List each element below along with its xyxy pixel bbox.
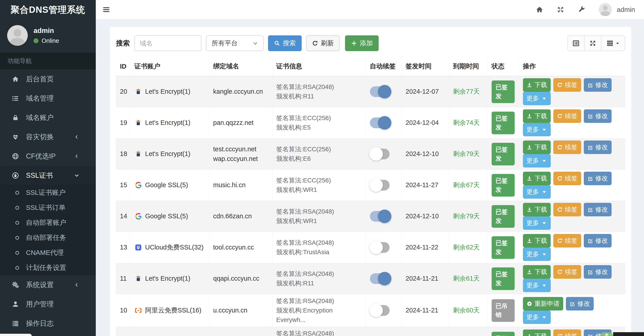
online-status-dot — [34, 38, 38, 43]
more-button[interactable]: 更多 — [523, 216, 551, 230]
renew-button[interactable]: 续签 — [553, 329, 581, 336]
more-button[interactable]: 更多 — [523, 92, 551, 105]
renew-button[interactable]: 续签 — [553, 78, 581, 92]
renew-button[interactable]: 续签 — [553, 109, 581, 123]
platform-select[interactable]: 所有平台 — [206, 35, 264, 51]
sidebar-item-ssl-order[interactable]: SSL证书订单 — [0, 200, 96, 215]
status-badge: 已签发 — [492, 236, 515, 259]
download-button[interactable]: 下载 — [523, 140, 551, 154]
navbar-user-menu[interactable]: admin — [599, 3, 635, 16]
edit-button[interactable]: 修改 — [584, 265, 612, 279]
download-button[interactable]: 下载 — [523, 329, 551, 336]
sidebar-item-domain-account[interactable]: 域名账户 — [0, 108, 96, 127]
edit-button[interactable]: 修改 — [584, 172, 612, 185]
cert-id: 10 — [116, 294, 130, 327]
fullscreen-icon[interactable] — [557, 6, 564, 14]
sidebar-item-home[interactable]: 后台首页 — [0, 70, 96, 89]
download-icon — [526, 207, 532, 213]
auto-renew-toggle[interactable] — [370, 179, 391, 192]
sidebar-item-operation-log[interactable]: 操作日志 — [0, 314, 96, 333]
sidebar-item-ssl-cert[interactable]: SSL证书 — [0, 166, 96, 185]
bottom-left-widget — [0, 334, 32, 336]
auto-renew-toggle[interactable] — [370, 210, 391, 223]
auto-renew-toggle[interactable] — [370, 85, 391, 98]
fullscreen-table-icon — [589, 40, 596, 47]
sidebar-subitem-label: CNAME代理 — [26, 248, 64, 257]
columns-icon — [606, 40, 614, 47]
download-icon — [526, 238, 532, 244]
auto-renew-toggle[interactable] — [370, 148, 391, 160]
letsencrypt-icon — [134, 150, 142, 158]
search-button[interactable]: 搜索 — [268, 35, 302, 51]
more-button[interactable]: 更多 — [523, 123, 551, 136]
home-icon[interactable] — [536, 6, 543, 14]
auto-renew-toggle[interactable] — [370, 272, 391, 285]
sidebar-item-label: 域名账户 — [26, 113, 54, 122]
fullscreen-table-button[interactable] — [584, 35, 602, 51]
sidebar-item-system-settings[interactable]: 系统设置 — [0, 275, 96, 294]
column-header: ID — [116, 57, 130, 76]
caret-down-icon — [541, 127, 547, 132]
sidebar-item-deploy-task[interactable]: 自动部署任务 — [0, 230, 96, 245]
add-button[interactable]: 添加 — [345, 35, 378, 51]
refresh-icon — [557, 113, 563, 119]
provider-name: Let's Encrypt(1) — [145, 149, 190, 159]
download-icon — [526, 144, 532, 150]
ucloud-icon — [134, 244, 142, 251]
edit-button[interactable]: 修改 — [584, 140, 612, 154]
cert-account: 阿里云免费SSL(16) — [134, 305, 205, 315]
sidebar-item-ssl-account[interactable]: SSL证书账户 — [0, 185, 96, 200]
download-button[interactable]: 下载 — [523, 78, 551, 92]
more-button[interactable]: 更多 — [523, 310, 551, 324]
auto-renew-toggle[interactable] — [370, 241, 391, 254]
sidebar-item-failover[interactable]: 容灾切换 — [0, 127, 96, 147]
edit-button[interactable]: 修改 — [584, 203, 612, 216]
refresh-icon — [312, 40, 318, 46]
table-row: 15Google SSL(5)music.hi.cn签名算法:ECC(256)颁… — [116, 170, 625, 201]
columns-button[interactable] — [602, 35, 625, 51]
refresh-button[interactable]: 刷新 — [306, 35, 340, 51]
bottom-right-widget[interactable] — [613, 332, 644, 336]
renew-button[interactable]: 续签 — [553, 234, 581, 247]
edit-button[interactable]: 修改 — [566, 297, 594, 310]
edit-button[interactable]: 修改 — [584, 234, 612, 247]
download-button[interactable]: 下载 — [523, 109, 551, 123]
toggle-view-button[interactable] — [568, 35, 584, 51]
search-input[interactable] — [134, 35, 202, 51]
renew-button[interactable]: 续签 — [553, 140, 581, 154]
app-root: 聚合DNS管理系统 admin Online 功能导航 后台首页域名管理域名账户… — [0, 0, 644, 336]
renew-button[interactable]: 续签 — [553, 172, 581, 185]
sidebar-item-cname-proxy[interactable]: CNAME代理 — [0, 245, 96, 260]
more-button[interactable]: 更多 — [523, 185, 551, 199]
edit-button[interactable]: 修改 — [584, 78, 612, 92]
auto-renew-toggle[interactable] — [370, 304, 391, 317]
back-to-top-widget[interactable] — [600, 332, 613, 336]
auto-renew-toggle[interactable] — [370, 117, 391, 129]
download-button[interactable]: 下载 — [523, 172, 551, 185]
status-badge: 已签发 — [492, 205, 515, 228]
sidebar-item-user-manage[interactable]: 用户管理 — [0, 294, 96, 314]
more-button[interactable]: 更多 — [523, 154, 551, 167]
more-button[interactable]: 更多 — [523, 279, 551, 292]
heartbeat-icon — [10, 133, 20, 140]
edit-button[interactable]: 修改 — [584, 109, 612, 123]
sidebar-item-domain-manage[interactable]: 域名管理 — [0, 89, 96, 108]
renew-button[interactable]: 续签 — [553, 203, 581, 216]
sidebar-toggle-button[interactable] — [96, 0, 117, 19]
column-header: 证书信息 — [272, 57, 366, 76]
sidebar-item-cron-settings[interactable]: 计划任务设置 — [0, 260, 96, 275]
sidebar-item-deploy-account[interactable]: 自动部署账户 — [0, 215, 96, 230]
cert-info: 签名算法:ECC(256)颁发机构:E6 — [276, 144, 362, 163]
renew-button[interactable]: 续签 — [553, 265, 581, 279]
cert-id: 11 — [116, 263, 130, 294]
cert-account: Google SSL(5) — [134, 211, 205, 221]
reapply-button[interactable]: 重新申请 — [523, 297, 563, 310]
download-button[interactable]: 下载 — [523, 265, 551, 279]
wrench-icon[interactable] — [578, 6, 585, 14]
sidebar-subitem-label: SSL证书账户 — [26, 188, 66, 197]
platform-select-value: 所有平台 — [212, 39, 238, 48]
download-button[interactable]: 下载 — [523, 203, 551, 216]
sidebar-item-cf-ip[interactable]: CF优选IP — [0, 147, 96, 166]
more-button[interactable]: 更多 — [523, 247, 551, 261]
download-button[interactable]: 下载 — [523, 234, 551, 247]
